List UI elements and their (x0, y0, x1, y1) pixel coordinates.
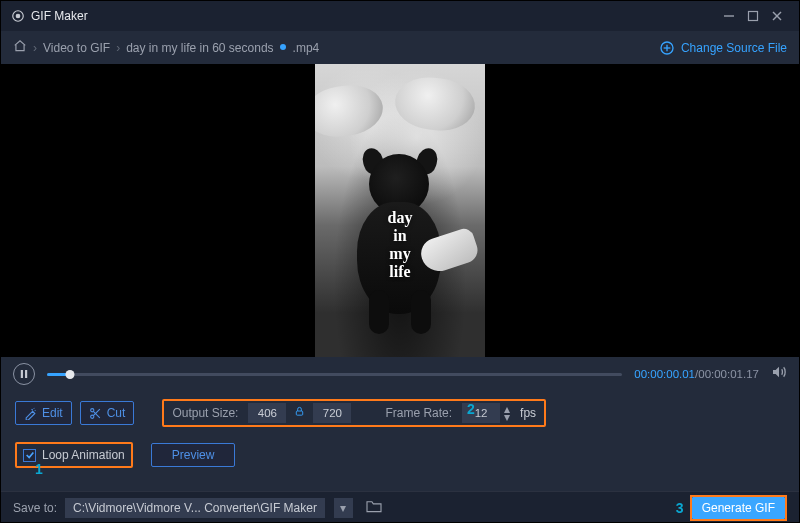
home-icon[interactable] (13, 39, 27, 56)
pause-icon (20, 369, 28, 379)
breadcrumb-file[interactable]: day in my life in 60 seconds .mp4 (126, 41, 319, 55)
output-width-input[interactable]: 406 (248, 403, 286, 423)
app-logo-icon (11, 9, 25, 23)
svg-point-1 (16, 14, 20, 18)
save-path-value: C:\Vidmore\Vidmore V... Converter\GIF Ma… (73, 501, 317, 515)
output-height-input[interactable]: 720 (313, 403, 351, 423)
svg-point-12 (90, 408, 93, 411)
step-marker-1: 1 (35, 461, 43, 477)
breadcrumb-file-suffix: .mp4 (293, 41, 320, 55)
loop-animation-label: Loop Animation (42, 448, 125, 462)
loop-animation-checkbox[interactable]: Loop Animation (15, 442, 133, 468)
svg-rect-10 (25, 370, 27, 378)
change-source-file-label: Change Source File (681, 41, 787, 55)
scissors-icon (89, 407, 102, 420)
cut-button[interactable]: Cut (80, 401, 135, 425)
generate-gif-button[interactable]: Generate GIF (692, 497, 785, 519)
breadcrumb-file-prefix: day in my life in 60 seconds (126, 41, 273, 55)
minimize-button[interactable] (717, 4, 741, 28)
lock-aspect-button[interactable] (294, 406, 305, 420)
edit-button-label: Edit (42, 406, 63, 420)
duration-time: 00:00:01.17 (698, 368, 759, 380)
current-time: 00:00:00.01 (634, 368, 695, 380)
preview-button-label: Preview (172, 448, 215, 462)
controls-panel: Edit Cut Output Size: 406 720 Frame Rate… (1, 391, 799, 491)
save-to-label: Save to: (13, 501, 57, 515)
time-display: 00:00:00.01/00:00:01.17 (634, 368, 759, 380)
frame-rate-label: Frame Rate: (385, 406, 452, 420)
chevron-right-icon: › (116, 41, 120, 55)
save-path-field[interactable]: C:\Vidmore\Vidmore V... Converter\GIF Ma… (65, 498, 325, 518)
video-stage: dayinmylife (1, 64, 799, 357)
open-folder-button[interactable] (365, 499, 383, 516)
svg-rect-16 (297, 411, 303, 415)
checkbox-icon (23, 449, 36, 462)
seek-slider[interactable] (47, 373, 622, 376)
volume-button[interactable] (771, 364, 787, 384)
recording-dot-icon (280, 44, 286, 50)
change-source-file-button[interactable]: Change Source File (659, 40, 787, 56)
output-size-label: Output Size: (172, 406, 238, 420)
chevron-down-icon: ▾ (340, 501, 346, 515)
lock-icon (294, 406, 305, 417)
step-marker-3: 3 (676, 500, 684, 516)
cut-button-label: Cut (107, 406, 126, 420)
edit-button[interactable]: Edit (15, 401, 72, 425)
titlebar: GIF Maker (1, 1, 799, 31)
breadcrumb-root-label: Video to GIF (43, 41, 110, 55)
output-settings-group: Output Size: 406 720 Frame Rate: 12 ▴▾ f… (162, 399, 546, 427)
breadcrumb-toolbar: › Video to GIF › day in my life in 60 se… (1, 31, 799, 64)
playback-bar: 00:00:00.01/00:00:01.17 (1, 357, 799, 391)
video-overlay-text: dayinmylife (315, 209, 485, 281)
step-down-icon[interactable]: ▾ (502, 413, 512, 421)
breadcrumb-root[interactable]: Video to GIF (43, 41, 110, 55)
svg-rect-9 (21, 370, 23, 378)
seek-thumb-icon[interactable] (66, 370, 75, 379)
wand-icon (24, 407, 37, 420)
svg-point-13 (90, 415, 93, 418)
window-title: GIF Maker (31, 9, 88, 23)
volume-icon (771, 364, 787, 380)
save-bar: Save to: C:\Vidmore\Vidmore V... Convert… (1, 491, 799, 523)
close-button[interactable] (765, 4, 789, 28)
video-preview[interactable]: dayinmylife (315, 64, 485, 357)
generate-gif-highlight: Generate GIF (690, 495, 787, 521)
svg-rect-3 (749, 12, 758, 21)
plus-circle-icon (659, 40, 675, 56)
play-pause-button[interactable] (13, 363, 35, 385)
maximize-button[interactable] (741, 4, 765, 28)
folder-icon (365, 499, 383, 513)
preview-button[interactable]: Preview (151, 443, 236, 467)
step-marker-2: 2 (467, 401, 475, 417)
chevron-right-icon: › (33, 41, 37, 55)
fps-suffix: fps (520, 406, 536, 420)
svg-marker-11 (773, 367, 779, 378)
save-path-dropdown[interactable]: ▾ (333, 498, 353, 518)
